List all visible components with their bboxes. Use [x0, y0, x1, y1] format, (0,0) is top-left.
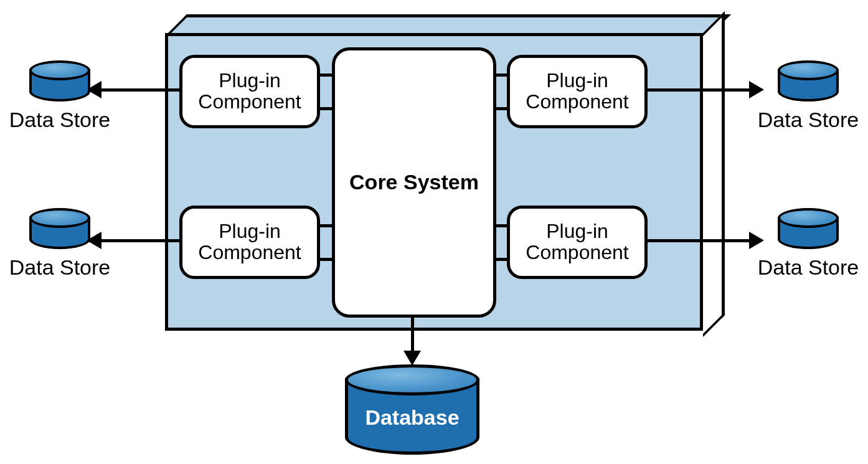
- connector-line: [320, 224, 332, 227]
- plugin-label: Plug-inComponent: [198, 70, 301, 112]
- core-system-box: Core System: [332, 47, 496, 318]
- connector-line: [493, 224, 507, 227]
- plugin-top-left: Plug-inComponent: [179, 55, 320, 128]
- datastore-label: Data Store: [9, 108, 111, 132]
- arrow-to-datastore: [648, 88, 750, 92]
- architecture-diagram: Core System Plug-inComponent Plug-inComp…: [0, 0, 868, 464]
- plugin-label: Plug-inComponent: [198, 221, 301, 263]
- arrow-to-database: [411, 318, 414, 352]
- plugin-bottom-right: Plug-inComponent: [507, 206, 648, 279]
- arrow-to-datastore: [648, 239, 750, 242]
- datastore-label: Data Store: [758, 108, 859, 132]
- database-cylinder: Database: [345, 364, 479, 455]
- plugin-label: Plug-inComponent: [526, 70, 628, 112]
- cylinder-icon: [778, 208, 839, 252]
- database-label: Database: [365, 405, 459, 430]
- cylinder-icon: [29, 208, 90, 252]
- datastore-label: Data Store: [9, 255, 111, 280]
- container-3d-side: [703, 11, 725, 337]
- connector-line: [320, 73, 332, 77]
- cylinder-icon: [29, 60, 90, 104]
- connector-line: [493, 258, 507, 261]
- datastore-label: Data Store: [758, 255, 859, 280]
- connector-line: [320, 107, 332, 110]
- datastore-top-right: Data Store: [752, 60, 865, 132]
- connector-line: [320, 258, 332, 261]
- connector-line: [493, 107, 507, 110]
- plugin-top-right: Plug-inComponent: [507, 55, 648, 128]
- connector-line: [493, 73, 507, 77]
- cylinder-icon: [778, 60, 839, 104]
- plugin-label: Plug-inComponent: [526, 221, 628, 263]
- datastore-bottom-left: Data Store: [3, 208, 116, 280]
- datastore-top-left: Data Store: [3, 60, 116, 132]
- core-system-label: Core System: [349, 171, 479, 194]
- datastore-bottom-right: Data Store: [752, 208, 865, 280]
- plugin-bottom-left: Plug-inComponent: [179, 206, 320, 279]
